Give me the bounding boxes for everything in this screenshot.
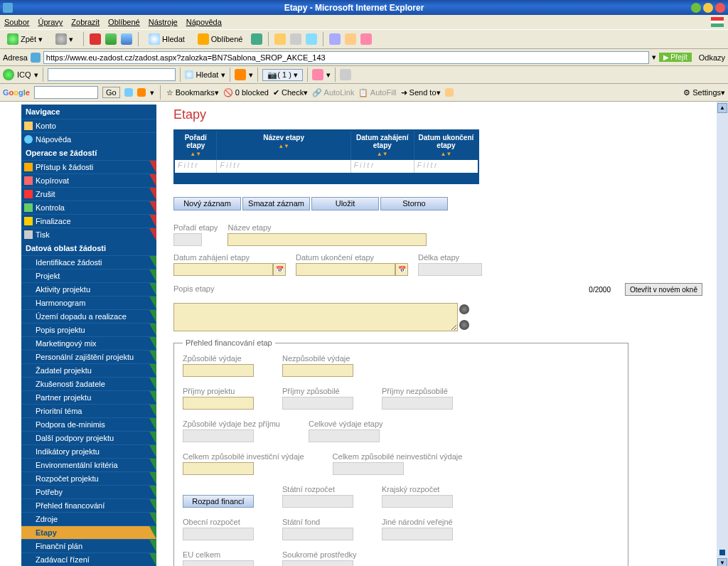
menu-soubor[interactable]: Soubor bbox=[4, 18, 29, 26]
nav-item-person-ln-zaji-t-n-projektu[interactable]: Personální zajištění projektu bbox=[21, 350, 156, 363]
th-poradi[interactable]: Pořadí etapy▲▼ bbox=[175, 131, 217, 160]
nav-item--adatel-projektu[interactable]: Žadatel projektu bbox=[21, 363, 156, 377]
input-prijmy[interactable] bbox=[183, 397, 254, 410]
novy-zaznam-button[interactable]: Nový záznam bbox=[173, 197, 241, 210]
history-icon[interactable] bbox=[251, 33, 262, 45]
search-button[interactable]: Hledat bbox=[144, 31, 189, 47]
mail-icon[interactable] bbox=[274, 33, 286, 45]
textarea-popis[interactable] bbox=[173, 303, 458, 331]
menu-napoveda[interactable]: Nápověda bbox=[186, 18, 222, 26]
home-icon[interactable] bbox=[121, 33, 132, 45]
print-icon[interactable] bbox=[290, 33, 301, 45]
google-rss-icon[interactable] bbox=[137, 88, 146, 97]
th-ukonceni[interactable]: Datum ukončení etapy▲▼ bbox=[414, 131, 478, 160]
nav-item-pot-eby[interactable]: Potřeby bbox=[21, 485, 156, 498]
scroll-down-knob[interactable] bbox=[459, 320, 469, 330]
nav-item-prioritn-t-ma[interactable]: Prioritní téma bbox=[21, 404, 156, 417]
minimize-button[interactable] bbox=[691, 3, 701, 13]
check-button[interactable]: ✔ Check▾ bbox=[273, 88, 308, 97]
links-label[interactable]: Odkazy bbox=[699, 53, 725, 62]
highlight-icon[interactable] bbox=[445, 88, 454, 97]
nav-item-podpora-de-minimis[interactable]: Podpora de-minimis bbox=[21, 417, 156, 431]
refresh-icon[interactable] bbox=[105, 33, 117, 45]
input-nazev[interactable] bbox=[228, 233, 427, 246]
icq-search-input[interactable] bbox=[48, 68, 176, 81]
open-new-window-button[interactable]: Otevřít v novém okně bbox=[625, 283, 702, 296]
storno-button[interactable]: Storno bbox=[380, 197, 448, 210]
nav-item-zku-enosti-adatele[interactable]: Zkušenosti žadatele bbox=[21, 377, 156, 390]
address-input[interactable] bbox=[43, 51, 649, 64]
input-celkinv[interactable] bbox=[183, 462, 254, 475]
nav-item-p-ehled-financov-n-[interactable]: Přehled financování bbox=[21, 498, 156, 512]
nav-item-indik-tory-projektu[interactable]: Indikátory projektu bbox=[21, 444, 156, 458]
messenger-icon[interactable] bbox=[360, 33, 372, 45]
settings-button[interactable]: ⚙ Settings▾ bbox=[683, 88, 725, 97]
research-icon[interactable] bbox=[345, 33, 356, 45]
nav-pristup[interactable]: Přístup k žádosti bbox=[21, 160, 156, 173]
calendar-icon[interactable]: 📅 bbox=[395, 263, 408, 276]
nav-napoveda[interactable]: Nápověda bbox=[21, 132, 156, 146]
nav-konto[interactable]: Konto bbox=[21, 119, 156, 132]
nav-item-aktivity-projektu[interactable]: Aktivity projektu bbox=[21, 282, 156, 296]
nav-item-zdroje[interactable]: Zdroje bbox=[21, 512, 156, 525]
google-search-input[interactable] bbox=[34, 86, 98, 99]
icq-tool-icon[interactable] bbox=[235, 69, 246, 80]
menu-upravy[interactable]: Úpravy bbox=[38, 18, 63, 26]
filter-ukonceni[interactable]: F i l t r bbox=[414, 160, 478, 173]
nav-item-rozpo-et-projektu[interactable]: Rozpočet projektu bbox=[21, 471, 156, 485]
icq-pencil-icon[interactable] bbox=[340, 69, 351, 80]
sendto-button[interactable]: ➜ Send to▾ bbox=[401, 88, 441, 97]
input-ukonceni[interactable] bbox=[296, 263, 395, 276]
blocked-button[interactable]: 🚫 0 blocked bbox=[223, 88, 269, 97]
nav-item-environment-ln-krit-ria[interactable]: Environmentální kritéria bbox=[21, 458, 156, 471]
favorites-button[interactable]: Oblíbené bbox=[193, 31, 247, 47]
nav-item-dal-podpory-projektu[interactable]: Další podpory projektu bbox=[21, 431, 156, 444]
nav-item-zad-vac-zen-[interactable]: Zadávací řízení bbox=[21, 552, 156, 566]
scroll-down-icon[interactable]: ▼ bbox=[717, 558, 727, 566]
th-nazev[interactable]: Název etapy▲▼ bbox=[217, 131, 350, 160]
nav-item-popis-projektu[interactable]: Popis projektu bbox=[21, 323, 156, 336]
scrollbar[interactable]: ▲ ▼ bbox=[717, 102, 728, 566]
calendar-icon[interactable]: 📅 bbox=[273, 263, 286, 276]
close-button[interactable] bbox=[715, 3, 725, 13]
forward-button[interactable]: ▾ bbox=[51, 31, 77, 47]
input-zahajeni[interactable] bbox=[173, 263, 273, 276]
maximize-button[interactable] bbox=[703, 3, 713, 13]
nav-item-projekt[interactable]: Projekt bbox=[21, 269, 156, 282]
th-zahajeni[interactable]: Datum zahájení etapy▲▼ bbox=[351, 131, 414, 160]
filter-poradi[interactable]: F i l t r bbox=[175, 160, 217, 173]
nav-zrusit[interactable]: Zrušit bbox=[21, 187, 156, 201]
filter-zahajeni[interactable]: F i l t r bbox=[351, 160, 414, 173]
edit-icon[interactable] bbox=[306, 33, 317, 45]
address-dropdown-icon[interactable]: ▾ bbox=[652, 53, 656, 62]
menu-oblibene[interactable]: Oblíbené bbox=[108, 18, 140, 26]
input-nezpusobile[interactable] bbox=[282, 364, 353, 377]
nav-item-finan-n-pl-n[interactable]: Finanční plán bbox=[21, 539, 156, 552]
nav-item-harmonogram[interactable]: Harmonogram bbox=[21, 296, 156, 309]
google-icon[interactable] bbox=[124, 88, 133, 97]
nav-item--zem-dopadu-a-realizace[interactable]: Území dopadu a realizace bbox=[21, 309, 156, 323]
ulozit-button[interactable]: Uložit bbox=[311, 197, 379, 210]
menu-nastroje[interactable]: Nástroje bbox=[149, 18, 178, 26]
icq-search-label[interactable]: Hledat bbox=[196, 70, 219, 79]
icq-user-icon[interactable] bbox=[312, 69, 323, 80]
scroll-up-knob[interactable] bbox=[459, 304, 469, 314]
bookmarks-button[interactable]: ☆ Bookmarks▾ bbox=[166, 88, 219, 97]
go-button[interactable]: ▶ Přejít bbox=[659, 53, 692, 62]
nav-tisk[interactable]: Tisk bbox=[21, 228, 156, 241]
smazat-zaznam-button[interactable]: Smazat záznam bbox=[242, 197, 310, 210]
nav-item-identifikace-dosti[interactable]: Identifikace žádosti bbox=[21, 255, 156, 269]
nav-kopirovat[interactable]: Kopírovat bbox=[21, 173, 156, 187]
input-poradi[interactable] bbox=[173, 233, 202, 246]
nav-item-etapy[interactable]: Etapy bbox=[21, 525, 156, 539]
rozpad-financi-button[interactable]: Rozpad financí bbox=[183, 495, 254, 508]
back-button[interactable]: Zpět ▾ bbox=[3, 31, 47, 47]
nav-item-marketingov-mix[interactable]: Marketingový mix bbox=[21, 336, 156, 350]
autofill-button[interactable]: 📋 AutoFill bbox=[358, 88, 396, 97]
autolink-button[interactable]: 🔗 AutoLink bbox=[312, 88, 354, 97]
stop-icon[interactable] bbox=[90, 33, 101, 45]
discuss-icon[interactable] bbox=[329, 33, 341, 45]
nav-item-partner-projektu[interactable]: Partner projektu bbox=[21, 390, 156, 404]
google-go-button[interactable]: Go bbox=[102, 87, 120, 98]
nav-kontrola[interactable]: Kontrola bbox=[21, 201, 156, 214]
